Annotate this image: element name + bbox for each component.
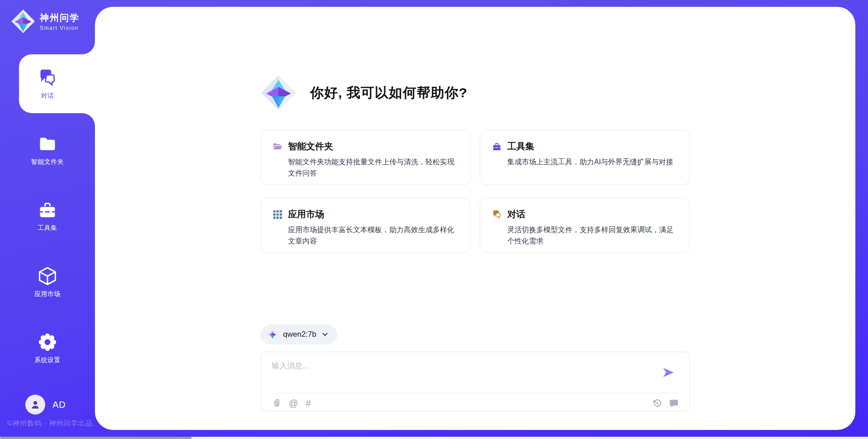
sidebar-item-label: 应用市场: [34, 290, 61, 298]
toolbox-icon: [38, 200, 57, 220]
card-chat[interactable]: 对话 灵活切换多模型文件，支持多样回复效果调试，满足个性化需求: [480, 198, 690, 253]
avatar: [25, 395, 45, 415]
sidebar-nav: 对话 智能文件夹 工具集 应用市场 系统设置: [0, 51, 95, 381]
sidebar: 神州问学 Smart Vision 对话 智能文件夹 工具集 应用市场: [0, 0, 95, 439]
chevron-down-icon: [322, 331, 328, 338]
card-description: 智能文件夹功能支持批量文件上传与清洗，轻松实现文件问答: [288, 157, 458, 179]
sidebar-item-toolset[interactable]: 工具集: [0, 183, 95, 249]
card-title: 应用市场: [288, 208, 324, 220]
card-title: 对话: [507, 208, 525, 220]
brand-name: 神州问学: [40, 12, 80, 24]
user-account[interactable]: AD: [25, 395, 66, 415]
comment-icon[interactable]: [669, 398, 679, 408]
message-input[interactable]: [261, 352, 650, 389]
sidebar-item-label: 工具集: [38, 224, 57, 232]
card-description: 应用市场提供丰富长文本模板，助力高效生成多样化文章内容: [288, 224, 458, 247]
footer-credit: ©神州数码 · 神州问学出品: [7, 419, 92, 428]
model-name: qwen2:7b: [283, 330, 316, 339]
cube-icon: [38, 266, 57, 286]
chat-bubbles-icon: [38, 68, 57, 88]
folder-open-icon: [273, 142, 283, 152]
greeting-title: 你好, 我可以如何帮助你?: [310, 84, 467, 102]
composer-divider: [272, 393, 679, 393]
sidebar-item-app-market[interactable]: 应用市场: [0, 249, 95, 315]
brand-diamond-icon: [11, 9, 35, 33]
brand: 神州问学 Smart Vision: [0, 0, 95, 33]
sidebar-item-chat[interactable]: 对话: [0, 51, 95, 117]
send-button[interactable]: [661, 366, 675, 379]
sidebar-item-label: 系统设置: [34, 356, 61, 364]
send-icon: [661, 366, 675, 379]
model-selector-row: qwen2:7b: [260, 324, 690, 344]
hash-icon[interactable]: #: [306, 399, 311, 408]
sidebar-item-label: 对话: [41, 92, 54, 100]
person-icon: [29, 399, 41, 410]
card-smart-folder[interactable]: 智能文件夹 智能文件夹功能支持批量文件上传与清洗，轻松实现文件问答: [260, 130, 471, 185]
history-icon[interactable]: [652, 398, 661, 408]
app-screen: 你好, 我可以如何帮助你? 智能文件夹 智能文件夹功能支持批量文件上传与清洗，轻…: [0, 0, 868, 439]
chat-bubbles-icon: [492, 210, 502, 220]
brand-diamond-icon: [260, 75, 297, 111]
sidebar-item-smart-folder[interactable]: 智能文件夹: [0, 117, 95, 183]
message-composer: @ #: [260, 352, 690, 411]
sidebar-item-label: 智能文件夹: [31, 158, 64, 166]
greeting: 你好, 我可以如何帮助你?: [260, 74, 690, 112]
gear-icon: [38, 332, 57, 352]
card-toolset[interactable]: 工具集 集成市场上主流工具，助力AI与外界无缝扩展与对接: [480, 130, 690, 185]
horizontal-scrollbar[interactable]: [0, 437, 868, 439]
briefcase-icon: [492, 142, 502, 152]
model-selector[interactable]: qwen2:7b: [260, 324, 337, 344]
folder-icon: [38, 134, 57, 154]
card-title: 工具集: [507, 140, 534, 153]
card-description: 灵活切换多模型文件，支持多样回复效果调试，满足个性化需求: [507, 224, 678, 247]
scrollbar-thumb[interactable]: [0, 437, 192, 439]
main-panel: 你好, 我可以如何帮助你? 智能文件夹 智能文件夹功能支持批量文件上传与清洗，轻…: [95, 7, 855, 430]
card-description: 集成市场上主流工具，助力AI与外界无缝扩展与对接: [507, 157, 678, 168]
apps-grid-icon: [273, 210, 283, 220]
at-icon[interactable]: @: [289, 399, 298, 408]
card-title: 智能文件夹: [288, 140, 333, 153]
paperclip-icon[interactable]: [272, 398, 281, 408]
user-name: AD: [52, 400, 66, 410]
brand-diamond-icon: [268, 329, 278, 339]
sidebar-item-settings[interactable]: 系统设置: [0, 315, 95, 381]
feature-cards: 智能文件夹 智能文件夹功能支持批量文件上传与清洗，轻松实现文件问答 工具集 集成…: [260, 130, 690, 253]
card-app-market[interactable]: 应用市场 应用市场提供丰富长文本模板，助力高效生成多样化文章内容: [260, 198, 471, 253]
brand-subtitle: Smart Vision: [40, 25, 80, 31]
